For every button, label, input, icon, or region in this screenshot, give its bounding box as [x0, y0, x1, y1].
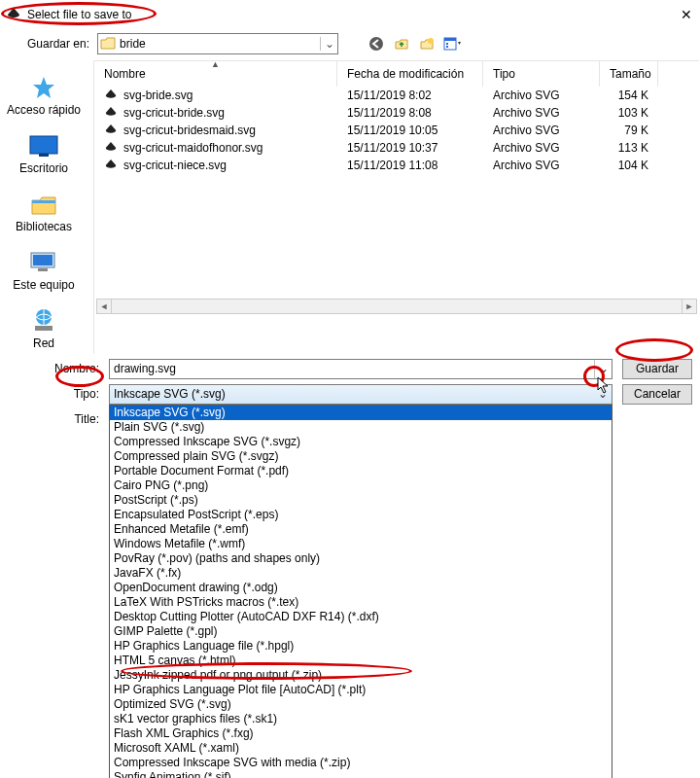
up-one-level-icon[interactable] [391, 33, 412, 54]
place-label: Bibliotecas [16, 220, 72, 233]
filetype-option[interactable]: Microsoft XAML (*.xaml) [110, 741, 612, 756]
filetype-option[interactable]: Flash XML Graphics (*.fxg) [110, 726, 612, 741]
file-date: 15/11/2019 10:37 [337, 141, 483, 155]
column-header-date[interactable]: Fecha de modificación [337, 61, 483, 87]
file-type: Archivo SVG [483, 124, 600, 137]
filetype-option[interactable]: PostScript (*.ps) [110, 493, 612, 508]
file-size: 103 K [600, 106, 658, 120]
svg-rect-3 [444, 38, 456, 41]
filetype-option[interactable]: JavaFX (*.fx) [110, 566, 612, 581]
svg-file-icon [104, 88, 118, 102]
filetype-option[interactable]: Synfig Animation (*.sif) [110, 770, 612, 779]
chevron-down-icon[interactable]: ⌄ [594, 360, 612, 378]
file-date: 15/11/2019 8:02 [337, 88, 483, 102]
filetype-dropdown-list[interactable]: Inkscape SVG (*.svg)Plain SVG (*.svg)Com… [109, 405, 612, 779]
cancel-button[interactable]: Cancelar [622, 384, 692, 405]
place-label: Este equipo [13, 278, 74, 292]
places-libraries[interactable]: Bibliotecas [0, 187, 88, 237]
svg-rect-10 [33, 255, 52, 265]
svg-file-icon [104, 141, 118, 155]
filetype-option[interactable]: Enhanced Metafile (*.emf) [110, 522, 612, 537]
file-size: 154 K [600, 88, 658, 102]
file-name: svg-bride.svg [123, 88, 192, 102]
filetype-option[interactable]: Compressed plain SVG (*.svgz) [110, 449, 612, 464]
filetype-option[interactable]: GIMP Palette (*.gpl) [110, 624, 612, 639]
file-row[interactable]: svg-cricut-bride.svg15/11/2019 8:08Archi… [94, 104, 699, 122]
window-title: Select file to save to [27, 8, 131, 21]
svg-rect-7 [39, 154, 49, 157]
folder-icon [98, 37, 118, 51]
new-folder-icon[interactable] [416, 33, 438, 54]
filetype-option[interactable]: HTML 5 canvas (*.html) [110, 654, 612, 668]
svg-rect-5 [446, 46, 448, 48]
svg-point-0 [369, 37, 383, 51]
title-label: Title: [21, 412, 99, 426]
file-name: svg-cricut-bride.svg [123, 106, 225, 120]
filetype-option[interactable]: PovRay (*.pov) (paths and shapes only) [110, 551, 612, 566]
filetype-combo[interactable]: Inkscape SVG (*.svg) ⌄ [109, 384, 612, 405]
file-date: 15/11/2019 10:05 [337, 124, 483, 137]
scroll-left-icon[interactable]: ◄ [96, 299, 112, 314]
save-in-folder-combo[interactable]: bride ⌄ [97, 33, 338, 54]
column-header-size[interactable]: Tamaño [600, 61, 658, 87]
filetype-option[interactable]: LaTeX With PSTricks macros (*.tex) [110, 595, 612, 610]
file-name: svg-cricut-niece.svg [123, 159, 227, 172]
close-icon[interactable]: ✕ [681, 7, 692, 22]
file-type: Archivo SVG [483, 106, 600, 120]
inkscape-app-icon [6, 7, 21, 22]
filetype-option[interactable]: Desktop Cutting Plotter (AutoCAD DXF R14… [110, 610, 612, 624]
column-header-name[interactable]: ▲ Nombre [94, 61, 337, 87]
filetype-option[interactable]: JessyInk zipped pdf or png output (*.zip… [110, 668, 612, 683]
filetype-option[interactable]: Optimized SVG (*.svg) [110, 697, 612, 712]
filetype-option[interactable]: Compressed Inkscape SVG with media (*.zi… [110, 756, 612, 770]
filetype-option[interactable]: Inkscape SVG (*.svg) [110, 406, 612, 420]
filetype-option[interactable]: HP Graphics Language file (*.hpgl) [110, 639, 612, 654]
filetype-option[interactable]: HP Graphics Language Plot file [AutoCAD]… [110, 683, 612, 697]
svg-rect-13 [35, 326, 52, 331]
file-row[interactable]: svg-cricut-niece.svg15/11/2019 11:08Arch… [94, 157, 699, 174]
svg-file-icon [104, 159, 118, 172]
view-menu-icon[interactable] [441, 33, 463, 54]
file-row[interactable]: svg-bride.svg15/11/2019 8:02Archivo SVG1… [94, 87, 699, 104]
filetype-option[interactable]: Plain SVG (*.svg) [110, 420, 612, 435]
column-header-type[interactable]: Tipo [483, 61, 600, 87]
places-quick-access[interactable]: Acceso rápido [0, 70, 88, 121]
chevron-down-icon[interactable]: ⌄ [320, 37, 337, 51]
filetype-option[interactable]: Compressed Inkscape SVG (*.svgz) [110, 435, 612, 449]
save-button[interactable]: Guardar [622, 359, 692, 379]
filetype-option[interactable]: Encapsulated PostScript (*.eps) [110, 508, 612, 522]
file-row[interactable]: svg-cricut-bridesmaid.svg15/11/2019 10:0… [94, 122, 699, 139]
place-label: Acceso rápido [7, 103, 81, 117]
file-type: Archivo SVG [483, 141, 600, 155]
current-folder-name: bride [118, 37, 320, 51]
file-size: 113 K [600, 141, 658, 155]
places-this-pc[interactable]: Este equipo [0, 245, 88, 296]
file-type: Archivo SVG [483, 88, 600, 102]
filetype-option[interactable]: OpenDocument drawing (*.odg) [110, 581, 612, 595]
filename-input[interactable]: ⌄ [109, 359, 612, 379]
filename-field[interactable] [110, 360, 594, 378]
back-icon[interactable] [366, 33, 387, 54]
place-label: Escritorio [19, 161, 68, 175]
filetype-label: Tipo: [21, 387, 99, 401]
scroll-right-icon[interactable]: ► [682, 299, 697, 314]
file-row[interactable]: svg-cricut-maidofhonor.svg15/11/2019 10:… [94, 139, 699, 157]
filetype-selected: Inkscape SVG (*.svg) [110, 387, 594, 401]
file-name: svg-cricut-bridesmaid.svg [123, 124, 256, 137]
filetype-option[interactable]: Cairo PNG (*.png) [110, 478, 612, 493]
file-size: 104 K [600, 159, 658, 172]
svg-rect-4 [446, 43, 448, 45]
filetype-option[interactable]: sK1 vector graphics files (*.sk1) [110, 712, 612, 726]
svg-rect-8 [32, 200, 55, 203]
svg-file-icon [104, 124, 118, 137]
file-date: 15/11/2019 8:08 [337, 106, 483, 120]
place-label: Red [33, 336, 54, 350]
horizontal-scrollbar[interactable] [112, 299, 682, 314]
filetype-option[interactable]: Portable Document Format (*.pdf) [110, 464, 612, 478]
places-network[interactable]: Red [0, 303, 88, 354]
sort-asc-icon: ▲ [211, 59, 220, 69]
filetype-option[interactable]: Windows Metafile (*.wmf) [110, 537, 612, 551]
save-in-label: Guardar en: [27, 37, 89, 51]
svg-rect-11 [38, 268, 48, 271]
places-desktop[interactable]: Escritorio [0, 128, 88, 179]
